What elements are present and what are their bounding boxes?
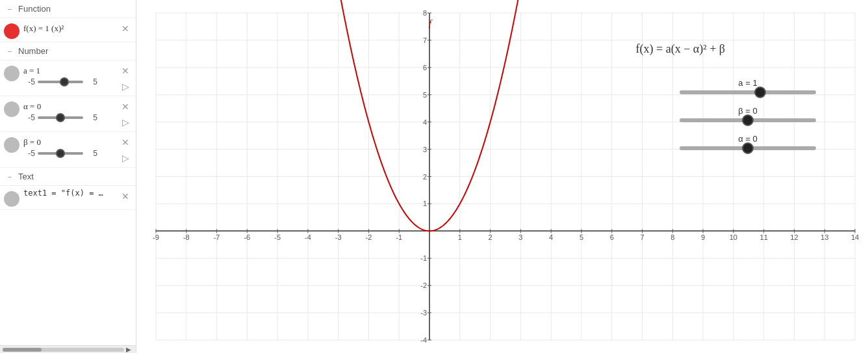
function-delete-button[interactable]: ✕ [119,22,132,35]
section-number-label: Number [18,46,48,56]
number-beta-play-button[interactable]: ▷ [119,151,132,164]
number-beta-slider-row: -5 5 [23,149,119,158]
number-alpha-delete-button[interactable]: ✕ [119,100,132,113]
number-item-alpha: α = 0 -5 5 ✕ ▷ [0,96,136,132]
number-a-play-button[interactable]: ▷ [119,80,132,93]
graph-area[interactable]: f(x) = a(x − α)² + β a = 1 β = 0 α = 0 [136,0,868,353]
sidebar: − Function f(x) = 1 (x)² ✕ − Number a = … [0,0,136,353]
number-beta-delete-button[interactable]: ✕ [119,136,132,149]
overlay-slider-a-row: a = 1 [680,78,816,94]
number-beta-slider[interactable] [38,152,83,155]
section-function-header[interactable]: − Function [0,0,136,18]
number-a-label: a = 1 [23,63,119,76]
number-beta-max: 5 [86,149,97,158]
number-a-slider-row: -5 5 [23,77,119,86]
text-item-controls: ✕ [119,189,132,203]
overlay-slider-alpha[interactable] [680,146,816,150]
text-item-content: text1 = "f(x) = a(x... [23,189,119,198]
section-function-label: Function [18,4,51,14]
section-text-label: Text [18,172,34,181]
number-alpha-label: α = 0 [23,99,119,112]
number-a-delete-button[interactable]: ✕ [119,64,132,77]
graph-canvas [136,0,868,353]
scroll-right-arrow[interactable]: ▶ [124,345,133,354]
number-a-slider[interactable] [38,81,83,83]
number-item-a: a = 1 -5 5 ✕ ▷ [0,60,136,96]
number-a-controls: ✕ ▷ [119,63,132,93]
text-item-formula[interactable]: text1 = "f(x) = a(x... [23,189,108,198]
collapse-text-icon[interactable]: − [5,172,14,181]
number-beta-label: β = 0 [23,135,119,148]
number-a-max: 5 [86,77,97,86]
function-item-content: f(x) = 1 (x)² [23,21,119,34]
number-beta-content: β = 0 -5 5 [23,135,119,158]
graph-formula-label: f(x) = a(x − α)² + β [636,42,725,56]
text-item-text1: text1 = "f(x) = a(x... ✕ [0,186,136,210]
function-item-controls: ✕ [119,21,132,35]
number-beta-min: -5 [23,149,35,158]
collapse-number-icon[interactable]: − [5,47,14,56]
sidebar-scrollbar[interactable]: ▶ [0,345,136,353]
number-alpha-controls: ✕ ▷ [119,99,132,129]
number-alpha-min: -5 [23,113,35,122]
collapse-function-icon[interactable]: − [5,5,14,14]
function-item-f1: f(x) = 1 (x)² ✕ [0,18,136,42]
function-formula[interactable]: f(x) = 1 (x)² [23,21,119,34]
overlay-slider-alpha-row: α = 0 [680,134,816,150]
overlay-slider-a[interactable] [680,90,816,94]
text-delete-button[interactable]: ✕ [119,190,132,203]
overlay-slider-beta[interactable] [680,118,816,122]
overlay-slider-beta-row: β = 0 [680,106,816,122]
scrollbar-track [3,348,124,352]
scrollbar-thumb[interactable] [3,348,42,352]
function-color-dot [4,23,19,39]
number-alpha-slider[interactable] [38,116,83,119]
number-alpha-slider-row: -5 5 [23,113,119,122]
sliders-overlay: a = 1 β = 0 α = 0 [680,78,816,150]
number-beta-dot [4,137,19,153]
number-a-min: -5 [23,77,35,86]
number-item-beta: β = 0 -5 5 ✕ ▷ [0,132,136,168]
section-number-header[interactable]: − Number [0,42,136,60]
section-text-header[interactable]: − Text [0,168,136,186]
number-alpha-max: 5 [86,113,97,122]
text-item-dot [4,191,19,207]
number-a-content: a = 1 -5 5 [23,63,119,86]
number-beta-controls: ✕ ▷ [119,135,132,164]
number-alpha-play-button[interactable]: ▷ [119,116,132,129]
number-a-dot [4,66,19,81]
number-alpha-content: α = 0 -5 5 [23,99,119,122]
number-alpha-dot [4,101,19,117]
